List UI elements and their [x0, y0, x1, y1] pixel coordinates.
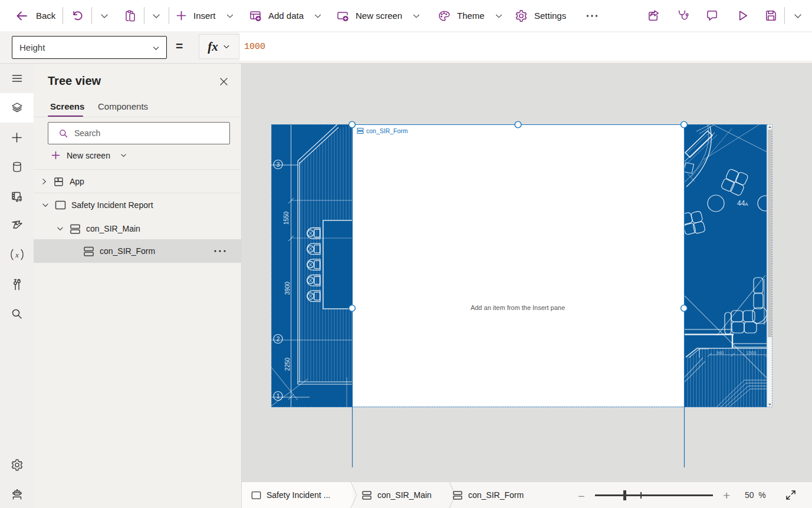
svg-text:3900: 3900 — [284, 281, 291, 295]
svg-text:1500: 1500 — [747, 350, 757, 355]
svg-text:1550: 1550 — [283, 211, 290, 225]
svg-text:1: 1 — [277, 393, 280, 400]
svg-text:3: 3 — [277, 161, 280, 168]
svg-text:x: x — [15, 250, 19, 259]
svg-text:Add an item from the Insert pa: Add an item from the Insert pane — [471, 304, 565, 311]
svg-text:940: 940 — [716, 350, 724, 355]
svg-text:con_SIR_Form: con_SIR_Form — [366, 127, 408, 134]
svg-text:2250: 2250 — [284, 357, 291, 371]
svg-text:2: 2 — [277, 336, 280, 342]
